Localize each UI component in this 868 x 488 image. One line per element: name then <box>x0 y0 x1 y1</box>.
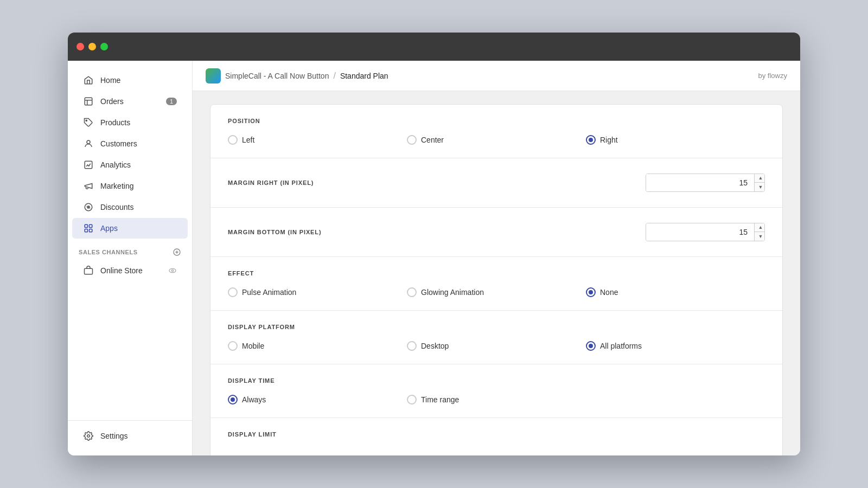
breadcrumb: SimpleCall - A Call Now Button / Standar… <box>206 68 388 84</box>
svg-rect-3 <box>85 161 92 169</box>
margin-bottom-row: MARGIN BOTTOM (IN PIXEL) ▲ ▼ <box>228 221 765 243</box>
effect-section: EFFECT Pulse Animation Glowing Animation <box>210 257 782 311</box>
breadcrumb-link[interactable]: SimpleCall - A Call Now Button <box>225 72 329 80</box>
position-radio-group: Left Center Right <box>228 135 765 145</box>
platform-all-label: All platforms <box>600 342 642 350</box>
margin-bottom-label: MARGIN BOTTOM (IN PIXEL) <box>228 229 321 235</box>
sidebar-item-marketing[interactable]: Marketing <box>72 176 188 196</box>
display-platform-section: DISPLAY PLATFORM Mobile Desktop <box>210 311 782 364</box>
maximize-button[interactable] <box>100 43 108 50</box>
marketing-icon <box>83 181 94 191</box>
time-range[interactable]: Time range <box>407 395 586 404</box>
sidebar-item-label: Apps <box>100 224 118 233</box>
sidebar-item-analytics[interactable]: Analytics <box>72 155 188 175</box>
sales-channels-title: SALES CHANNELS <box>68 239 192 260</box>
effect-glowing-radio[interactable] <box>407 287 417 297</box>
margin-bottom-spinner: ▲ ▼ <box>646 223 765 241</box>
sidebar-item-label: Home <box>100 76 120 85</box>
sidebar-item-products[interactable]: Products <box>72 112 188 133</box>
products-icon <box>83 117 94 128</box>
time-range-radio[interactable] <box>407 395 417 404</box>
position-right-radio[interactable] <box>586 135 596 145</box>
effect-pulse[interactable]: Pulse Animation <box>228 287 407 297</box>
sidebar-item-discounts[interactable]: Discounts <box>72 197 188 217</box>
position-center-radio[interactable] <box>407 135 417 145</box>
minimize-button[interactable] <box>88 43 96 50</box>
app-body: Home Orders 1 <box>68 61 800 455</box>
position-left-radio[interactable] <box>228 135 238 145</box>
svg-rect-9 <box>85 229 87 232</box>
discounts-icon <box>83 202 94 213</box>
orders-badge: 1 <box>166 98 177 105</box>
svg-point-5 <box>87 206 87 207</box>
platform-desktop[interactable]: Desktop <box>407 341 586 351</box>
apps-icon <box>83 223 94 234</box>
main-window: Home Orders 1 <box>68 33 800 455</box>
sidebar-nav: Home Orders 1 <box>68 69 192 420</box>
settings-icon <box>83 431 94 441</box>
position-section: POSITION Left Center <box>210 105 782 158</box>
svg-point-1 <box>86 120 87 121</box>
margin-bottom-input[interactable] <box>646 223 754 241</box>
platform-mobile[interactable]: Mobile <box>228 341 407 351</box>
margin-bottom-section: MARGIN BOTTOM (IN PIXEL) ▲ ▼ <box>210 208 782 257</box>
effect-none-radio[interactable] <box>586 287 596 297</box>
margin-right-row: MARGIN RIGHT (IN PIXEL) ▲ ▼ <box>228 171 765 194</box>
platform-all[interactable]: All platforms <box>586 341 765 351</box>
online-store-icon <box>83 265 94 276</box>
close-button[interactable] <box>76 43 84 50</box>
effect-radio-group: Pulse Animation Glowing Animation None <box>228 287 765 297</box>
byline: by flowzy <box>758 72 787 80</box>
position-left-label: Left <box>242 136 254 144</box>
svg-rect-8 <box>90 224 92 227</box>
orders-icon <box>83 96 94 107</box>
time-always-radio[interactable] <box>228 395 238 404</box>
sidebar-item-label: Products <box>100 118 130 127</box>
sidebar: Home Orders 1 <box>68 61 193 455</box>
sidebar-item-orders[interactable]: Orders 1 <box>72 91 188 112</box>
platform-desktop-radio[interactable] <box>407 341 417 351</box>
svg-rect-7 <box>85 224 87 227</box>
display-limit-section: DISPLAY LIMIT <box>210 418 782 455</box>
platform-mobile-radio[interactable] <box>228 341 238 351</box>
margin-right-spinner: ▲ ▼ <box>646 174 765 192</box>
add-sales-channel-button[interactable] <box>173 248 181 256</box>
content-area: POSITION Left Center <box>193 91 800 455</box>
sidebar-item-apps[interactable]: Apps <box>72 218 188 239</box>
effect-glowing[interactable]: Glowing Animation <box>407 287 586 297</box>
sidebar-item-label: Settings <box>100 432 128 440</box>
margin-bottom-down-button[interactable]: ▼ <box>755 232 765 241</box>
display-limit-title: DISPLAY LIMIT <box>228 431 765 438</box>
sidebar-item-settings[interactable]: Settings <box>72 426 188 446</box>
position-left[interactable]: Left <box>228 135 407 145</box>
platform-all-radio[interactable] <box>586 341 596 351</box>
svg-point-6 <box>90 208 90 208</box>
effect-none-label: None <box>600 288 618 297</box>
traffic-lights <box>76 43 108 50</box>
sidebar-item-customers[interactable]: Customers <box>72 133 188 154</box>
position-center[interactable]: Center <box>407 135 586 145</box>
display-platform-radio-group: Mobile Desktop All platforms <box>228 341 765 351</box>
margin-right-down-button[interactable]: ▼ <box>755 183 765 191</box>
sidebar-item-home[interactable]: Home <box>72 70 188 91</box>
effect-none[interactable]: None <box>586 287 765 297</box>
sidebar-item-online-store[interactable]: Online Store <box>72 260 188 281</box>
analytics-icon <box>83 159 94 170</box>
display-platform-title: DISPLAY PLATFORM <box>228 324 765 330</box>
time-always[interactable]: Always <box>228 395 407 404</box>
margin-right-up-button[interactable]: ▲ <box>755 174 765 183</box>
sidebar-item-label: Customers <box>100 139 137 148</box>
position-right[interactable]: Right <box>586 135 765 145</box>
margin-bottom-up-button[interactable]: ▲ <box>755 223 765 232</box>
app-icon <box>206 68 221 84</box>
titlebar <box>68 33 800 61</box>
home-icon <box>83 75 94 86</box>
online-store-eye-icon[interactable] <box>168 266 177 275</box>
effect-pulse-label: Pulse Animation <box>242 288 296 297</box>
svg-point-13 <box>169 268 176 272</box>
sidebar-item-label: Marketing <box>100 182 133 190</box>
time-always-label: Always <box>242 395 266 404</box>
effect-pulse-radio[interactable] <box>228 287 238 297</box>
margin-right-input[interactable] <box>646 174 754 191</box>
display-time-section: DISPLAY TIME Always Time range <box>210 364 782 418</box>
